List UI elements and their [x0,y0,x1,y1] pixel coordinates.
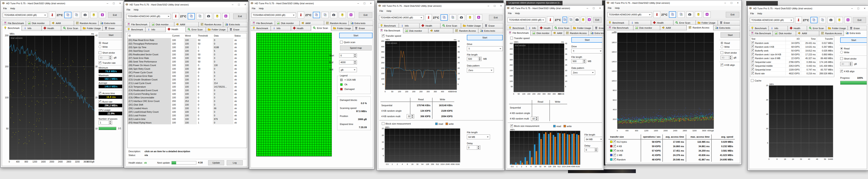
series-checkbox[interactable] [613,140,616,143]
tab-random-access[interactable]: Random Access [199,22,223,27]
spinner-arrows[interactable] [108,56,112,59]
save-button[interactable] [222,13,229,20]
start-button[interactable]: Start [99,32,122,38]
close-button[interactable]: × [498,3,504,8]
smart-row[interactable]: (DE) Loaded Hours100100066ok [127,106,247,110]
tab-error-scan[interactable]: Error Scan [61,26,81,31]
tab-health[interactable]: Health [291,26,311,31]
save-button[interactable] [587,17,592,23]
tab-disk-monitor[interactable]: Disk monitor [403,28,428,33]
hand-button[interactable] [214,13,221,20]
tab-folder-usage[interactable]: Folder Usage [571,26,593,31]
smart-row[interactable]: (F0) Head Flying Hours10010010ok [127,121,247,124]
tab-file-benchmark[interactable]: File Benchmark [507,30,530,36]
maximize-button[interactable]: □ [361,1,368,6]
hand-button[interactable] [581,17,586,23]
menu-help[interactable]: Help [613,6,621,10]
tab-health[interactable]: Health [651,20,673,25]
checkbox-mark[interactable] [99,92,101,95]
checkbox-mark[interactable] [510,125,513,127]
short-stroke-size[interactable]: 40 [840,62,852,66]
test-checkbox[interactable] [751,53,754,56]
maximize-button[interactable]: □ [236,2,242,7]
save-button[interactable] [475,14,482,21]
close-button[interactable]: × [368,1,374,6]
spinner-arrows[interactable] [729,56,732,59]
menu-file[interactable]: File [378,9,385,13]
write-radio[interactable]: Write [840,51,849,54]
smart-row[interactable]: (BF) G-sense Error Rate10010000ok [127,74,247,78]
checkbox-mark[interactable] [720,63,723,66]
drive-selector[interactable]: TOSHIBA HDWD240 (4000 gB) [3,13,48,18]
tab-benchmark[interactable]: Benchmark [125,27,145,32]
tab-disk-monitor[interactable]: Disk monitor [530,31,551,36]
tab-extra-tests[interactable]: Extra tests [589,31,604,36]
exit-button[interactable]: Exit [593,17,601,23]
multi-queue-spinner[interactable]: 32 [531,117,538,121]
maximize-button[interactable]: □ [111,1,117,6]
write-radio[interactable]: Write [99,45,107,48]
radio-mark[interactable] [840,47,843,50]
menu-help[interactable]: Help [132,8,140,11]
smart-row[interactable]: (E2) Load-in time1001000879ok [127,117,247,121]
tab-extra-tests[interactable]: Extra tests [478,28,503,33]
smart-row[interactable]: (DF) Load/Unload Retry Count10010000ok [127,110,247,113]
camera-button[interactable] [82,12,89,18]
tab-erase[interactable]: Erase [102,26,122,31]
transfer-rate-checkbox[interactable]: Transfer rate [99,61,116,64]
smart-row[interactable]: (E0) Load Friction10010000ok [127,113,247,117]
scan-end-spinner[interactable]: 4000 [339,60,357,65]
transfer-speed-checkbox[interactable]: Transfer speed [382,34,401,37]
tab-random-access[interactable]: Random Access [687,25,713,30]
tab-folder-usage[interactable]: Folder Usage [81,26,102,31]
exit-button[interactable]: Exit [233,14,247,19]
tab-extra-tests[interactable]: Extra tests [844,30,867,36]
tab-erase[interactable]: Erase [353,26,373,31]
test-checkbox[interactable] [751,45,754,48]
hand-button[interactable] [836,17,843,23]
smart-row[interactable]: (09) Power On Hours Count1001000130ok [127,63,247,67]
access-time-checkbox[interactable]: Access time [99,92,115,95]
tab-health[interactable]: Health [538,26,552,31]
test-checkbox[interactable] [751,49,754,52]
smart-row[interactable]: (C1) Load Cycle Count1001000214ok [127,81,247,85]
radio-mark[interactable] [99,42,101,44]
cache-checkbox[interactable]: Cache [751,79,762,82]
copy-button[interactable] [440,14,448,21]
smart-row[interactable]: (C0) Unsafe Shutdown Count10010004ok [127,78,247,81]
thermometer-button[interactable] [425,14,432,21]
hand-button[interactable] [339,12,346,18]
drive-selector[interactable]: TOSHIBA HDWD240 (4000 gB) [379,15,424,20]
kb-align-checkbox[interactable]: 4 KB align [840,70,855,73]
test-checkbox[interactable] [751,68,754,71]
camera-button[interactable] [205,13,212,20]
minimize-button[interactable]: – [355,1,361,6]
tab-file-benchmark[interactable]: File Benchmark [607,25,633,30]
checkbox-mark[interactable] [751,79,753,82]
spinner-arrows[interactable] [353,54,357,57]
tab-erase[interactable]: Erase [718,20,740,25]
copy-button[interactable] [669,11,676,18]
copy-image-button[interactable] [73,12,80,18]
tab-disk-monitor[interactable]: Disk monitor [633,25,660,30]
menu-help[interactable]: Help [9,7,17,10]
camera-button[interactable] [575,17,579,23]
radio-mark[interactable] [720,45,723,48]
tab-file-benchmark[interactable]: File Benchmark [749,31,773,36]
read-radio[interactable]: Read [840,47,849,50]
radio-mark[interactable] [720,42,723,44]
burst-rate-checkbox[interactable]: Burst rate [99,100,113,103]
smart-row[interactable]: (C5) Current Pending Sector10010000ok [127,92,247,96]
thermometer-button[interactable] [298,11,304,18]
spinner-arrows[interactable] [594,148,598,152]
checkbox-mark[interactable] [99,51,101,54]
menu-file[interactable]: File [748,12,756,15]
camera-button[interactable] [330,12,337,18]
block-file-length-combo[interactable]: 64 MB [584,137,602,142]
save-button[interactable] [844,17,851,23]
short-stroke-size[interactable]: 40 [720,55,732,60]
menu-file[interactable]: File [250,7,257,10]
minimize-button[interactable]: – [485,3,492,8]
copy-button[interactable] [64,12,71,18]
menu-help[interactable]: Help [257,7,266,10]
